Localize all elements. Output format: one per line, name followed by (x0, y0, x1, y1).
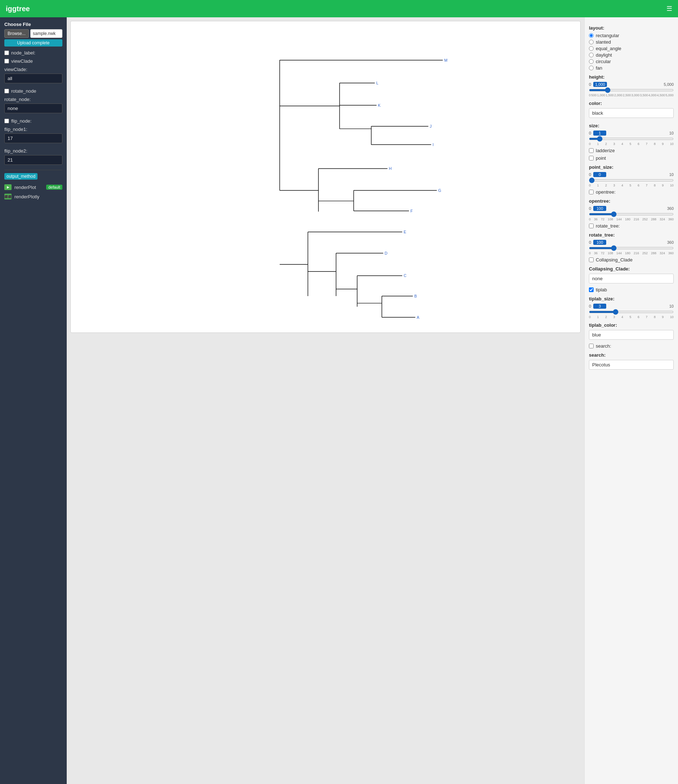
opentree-min: 0 (589, 206, 591, 211)
height-slider-row: 0 1,000 5,000 (589, 82, 674, 87)
height-slider[interactable] (589, 89, 674, 91)
node-label-text: node_label: (11, 50, 35, 56)
right-panel: layout: rectangular slanted equal_angle … (584, 17, 678, 784)
svg-text:B: B (414, 294, 417, 298)
flip-node1-input[interactable] (4, 134, 62, 143)
height-max: 5,000 (664, 82, 674, 87)
point-checkbox[interactable] (589, 156, 594, 160)
view-clade-checkbox[interactable] (4, 59, 9, 64)
size-max: 10 (669, 131, 674, 135)
flip-node2-label: flip_node2: (4, 148, 62, 154)
rotate-tree-slider-row: 0 100 360 (589, 240, 674, 245)
collapsing-clade-checkbox[interactable] (589, 258, 594, 262)
size-slider-row: 0 1 10 (589, 131, 674, 135)
tree-svg: M L K J I H (74, 25, 577, 328)
layout-equal-angle-row: equal_angle (589, 46, 674, 51)
rotate-tree-ticks: 03672108144180216252288324360 (589, 251, 674, 255)
search-input[interactable] (589, 360, 674, 370)
point-size-value: 0 (593, 172, 606, 177)
point-size-label: point_size: (589, 165, 674, 170)
choose-file-label: Choose File (4, 22, 62, 27)
rotate-tree-slider-container: 0 100 360 03672108144180216252288324360 (589, 240, 674, 255)
rotate-tree-min: 0 (589, 240, 591, 244)
height-slider-container: 0 1,000 5,000 05001,0001,5002,0002,5003,… (589, 82, 674, 97)
rotate-tree-slider[interactable] (589, 247, 674, 249)
browse-button[interactable]: Browse... (4, 29, 29, 38)
rotate-node-input[interactable] (4, 104, 62, 113)
point-row: point (589, 156, 674, 161)
svg-text:J: J (430, 124, 432, 128)
layout-circular-radio[interactable] (589, 59, 594, 64)
tiplab-checkbox-label: tiplab (596, 287, 607, 292)
svg-text:I: I (432, 142, 434, 147)
sidebar: Choose File Browse... sample.nwk Upload … (0, 17, 67, 784)
tree-panel: M L K J I H (70, 21, 581, 333)
height-label: height: (589, 74, 674, 80)
rotate-tree-checkbox[interactable] (589, 224, 594, 228)
layout-daylight-radio[interactable] (589, 53, 594, 58)
flip-node1-label: flip_node1: (4, 127, 62, 132)
svg-text:C: C (404, 273, 406, 278)
point-size-max: 10 (669, 173, 674, 177)
tiplab-color-input[interactable] (589, 330, 674, 340)
opentree-value: 100 (593, 206, 606, 211)
height-value: 1,000 (593, 82, 607, 87)
tiplab-size-max: 10 (669, 304, 674, 308)
opentree-checkbox[interactable] (589, 190, 594, 194)
main-layout: Choose File Browse... sample.nwk Upload … (0, 17, 678, 784)
tiplab-checkbox-row: tiplab (589, 287, 674, 292)
size-slider-container: 0 1 10 012345678910 (589, 131, 674, 146)
rotate-tree-value: 100 (593, 240, 606, 245)
size-slider[interactable] (589, 138, 674, 140)
tiplab-size-label: tiplab_size: (589, 296, 674, 302)
tiplab-size-slider-container: 0 3 10 012345678910 (589, 303, 674, 319)
color-input[interactable] (589, 108, 674, 118)
search-checkbox[interactable] (589, 344, 594, 348)
render-plot-row[interactable]: ▶ renderPlot default (4, 182, 62, 192)
height-ticks: 05001,0001,5002,0002,5003,0003,5004,0004… (589, 93, 674, 97)
svg-text:K: K (378, 103, 381, 107)
layout-fan-radio[interactable] (589, 65, 594, 70)
file-row: Browse... sample.nwk (4, 29, 62, 38)
opentree-max: 360 (667, 206, 674, 211)
opentree-slider-row: 0 100 360 (589, 206, 674, 211)
menu-icon[interactable]: ☰ (666, 5, 672, 12)
rotate-node-text: rotate_node (11, 89, 36, 94)
collapsing-clade-input[interactable] (589, 274, 674, 283)
flip-node-checkbox[interactable] (4, 119, 9, 123)
svg-text:G: G (438, 188, 441, 193)
point-size-slider-container: 0 0 10 012345678910 (589, 172, 674, 187)
view-clade-checkbox-row: viewClade (4, 58, 62, 64)
point-size-slider-row: 0 0 10 (589, 172, 674, 177)
tiplab-checkbox[interactable] (589, 288, 594, 292)
layout-slanted-radio[interactable] (589, 40, 594, 44)
rotate-node-checkbox[interactable] (4, 89, 9, 93)
render-plotly-row[interactable]: ⬛⬛ renderPlotly (4, 192, 62, 201)
layout-rectangular-radio[interactable] (589, 33, 594, 38)
svg-text:E: E (404, 230, 406, 234)
node-label-checkbox[interactable] (4, 50, 9, 55)
opentree-ticks: 03672108144180216252288324360 (589, 218, 674, 221)
svg-text:F: F (411, 209, 413, 213)
layout-equal-angle-radio[interactable] (589, 46, 594, 51)
opentree-slider[interactable] (589, 213, 674, 215)
rotate-tree-max: 360 (667, 240, 674, 244)
point-size-min: 0 (589, 173, 591, 177)
search-checkbox-label: search: (596, 343, 611, 349)
point-size-slider[interactable] (589, 179, 674, 181)
flip-node2-input[interactable] (4, 155, 62, 165)
view-clade-label: viewClade: (4, 67, 62, 72)
layout-fan-label: fan (596, 65, 602, 71)
search-checkbox-row: search: (589, 343, 674, 349)
tiplab-size-slider[interactable] (589, 311, 674, 313)
svg-text:H: H (389, 166, 392, 171)
collapsing-clade-checkbox-label: Collapsing_Clade (596, 257, 633, 263)
layout-fan-row: fan (589, 65, 674, 71)
header: iggtree ☰ (0, 0, 678, 17)
ladderize-checkbox[interactable] (589, 148, 594, 153)
layout-rectangular-row: rectangular (589, 33, 674, 38)
view-clade-input[interactable] (4, 73, 62, 83)
ladderize-row: ladderize (589, 148, 674, 153)
rotate-node-checkbox-row: rotate_node (4, 89, 62, 94)
output-method-label: output_method (4, 173, 37, 180)
